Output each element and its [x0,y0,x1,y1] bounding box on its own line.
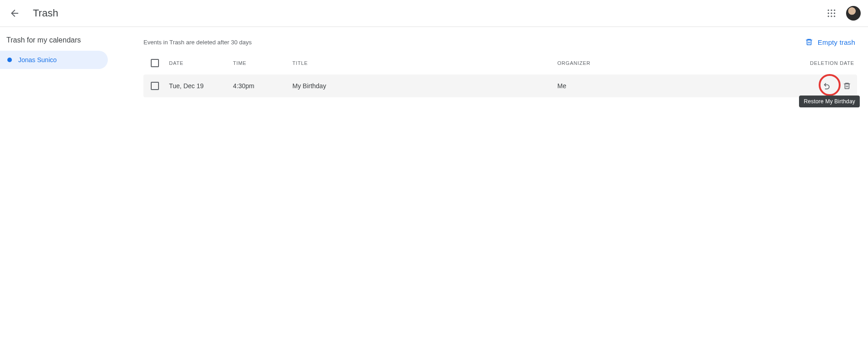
page-title: Trash [33,7,58,19]
apps-grid-icon [827,9,836,18]
svg-rect-10 [845,84,849,89]
col-header-deletion-date: DELETION DATE [653,60,857,66]
trash-table: DATE TIME TITLE ORGANIZER DELETION DATE … [143,52,857,97]
table-header: DATE TIME TITLE ORGANIZER DELETION DATE [143,52,857,74]
sidebar: Trash for my calendars Jonas Sunico [0,27,136,340]
sidebar-item-label: Jonas Sunico [18,56,57,64]
trash-notice: Events in Trash are deleted after 30 day… [143,39,252,46]
svg-point-5 [834,12,835,14]
undo-icon [822,81,831,90]
delete-forever-button[interactable] [839,78,855,94]
col-header-time: TIME [233,60,292,66]
svg-point-7 [831,16,832,17]
app-bar: Trash [0,0,868,27]
svg-point-1 [831,10,832,11]
row-checkbox[interactable] [151,82,159,90]
col-header-organizer: ORGANIZER [557,60,653,66]
account-avatar[interactable] [846,6,861,21]
content-area: Trash for my calendars Jonas Sunico Even… [0,27,868,340]
col-header-date: DATE [169,60,233,66]
trash-icon [843,82,851,90]
empty-trash-button[interactable]: Empty trash [805,38,855,46]
trash-icon [805,38,813,46]
calendar-color-dot [7,58,12,62]
col-header-title: TITLE [292,60,557,66]
row-actions [653,78,857,94]
restore-tooltip: Restore My Birthday [799,96,860,107]
main-panel: Events in Trash are deleted after 30 day… [136,27,868,340]
row-title: My Birthday [292,82,557,90]
sidebar-heading: Trash for my calendars [0,36,136,51]
row-date: Tue, Dec 19 [169,82,233,90]
svg-rect-9 [807,40,811,45]
appbar-right [822,4,861,22]
arrow-back-icon [9,8,20,19]
row-organizer: Me [557,82,653,90]
svg-point-8 [834,16,835,17]
svg-point-0 [828,10,829,11]
google-apps-button[interactable] [822,4,841,22]
svg-point-3 [828,12,829,14]
svg-point-2 [834,10,835,11]
select-all-checkbox[interactable] [151,59,159,67]
sidebar-item-jonas-sunico[interactable]: Jonas Sunico [0,51,108,69]
table-row[interactable]: Tue, Dec 19 4:30pm My Birthday Me Restor… [143,74,857,97]
row-time: 4:30pm [233,82,292,90]
restore-button[interactable] [819,78,835,94]
svg-point-4 [831,12,832,14]
notice-row: Events in Trash are deleted after 30 day… [143,38,857,46]
svg-point-6 [828,16,829,17]
empty-trash-label: Empty trash [818,38,855,46]
back-button[interactable] [5,4,24,22]
